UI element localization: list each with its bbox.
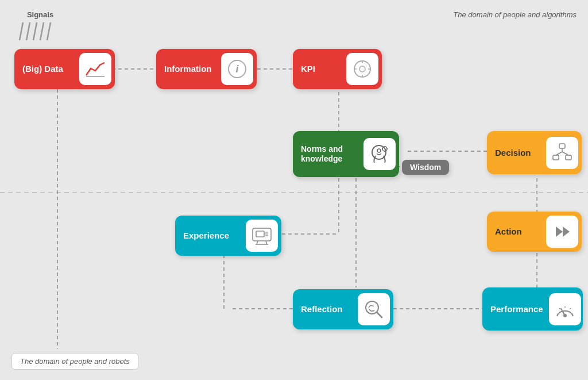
svg-point-30 [377, 149, 381, 152]
wisdom-label: Wisdom [410, 163, 441, 172]
domain-top-label: The domain of people and algorithms [453, 10, 577, 19]
action-icon [546, 216, 578, 248]
norms-knowledge-icon [363, 138, 396, 170]
action-label: Action [487, 222, 546, 241]
big-data-icon [79, 53, 111, 85]
svg-line-59 [559, 308, 560, 309]
svg-rect-40 [553, 155, 559, 160]
svg-line-39 [562, 152, 568, 155]
svg-marker-51 [563, 227, 570, 237]
svg-line-17 [33, 22, 37, 40]
svg-line-44 [266, 241, 267, 244]
decision-card: Decision [487, 131, 582, 174]
information-label: Information [156, 59, 221, 79]
kpi-card: KPI [293, 49, 382, 89]
svg-text:i: i [235, 63, 239, 75]
svg-line-38 [556, 152, 562, 155]
svg-marker-50 [556, 227, 563, 237]
svg-rect-42 [253, 228, 271, 241]
wisdom-card: Wisdom [402, 160, 449, 175]
experience-card: Experience [175, 216, 281, 256]
svg-rect-36 [559, 144, 565, 148]
performance-icon [549, 293, 581, 325]
information-card: Information i [156, 49, 257, 89]
svg-line-15 [20, 22, 23, 40]
svg-rect-46 [256, 231, 264, 237]
decision-label: Decision [487, 143, 546, 163]
svg-point-24 [359, 66, 365, 72]
svg-line-18 [40, 22, 44, 40]
svg-point-23 [354, 61, 370, 77]
reflection-icon [358, 293, 390, 325]
svg-rect-41 [566, 155, 571, 160]
signals-icon [17, 21, 63, 41]
norms-knowledge-card: Norms and knowledge [293, 131, 399, 177]
svg-line-16 [26, 22, 30, 40]
experience-icon [246, 220, 278, 252]
signals-label: Signals [17, 10, 63, 19]
performance-card: Performance [482, 287, 583, 331]
svg-point-55 [563, 314, 567, 317]
information-icon: i [221, 53, 253, 85]
svg-line-60 [570, 308, 571, 309]
svg-line-53 [377, 312, 382, 317]
signals-area: Signals [17, 10, 63, 44]
big-data-card: (Big) Data [14, 49, 115, 89]
domain-bottom-label: The domain of people and robots [11, 353, 138, 370]
diagram-container: The domain of people and algorithms The … [0, 0, 588, 380]
svg-line-19 [47, 22, 51, 40]
performance-label: Performance [482, 300, 549, 319]
experience-label: Experience [175, 226, 246, 245]
norms-knowledge-label: Norms and knowledge [293, 140, 363, 168]
reflection-label: Reflection [293, 300, 358, 319]
svg-line-43 [257, 241, 258, 244]
kpi-label: KPI [293, 59, 346, 79]
action-card: Action [487, 212, 582, 252]
decision-icon [546, 137, 578, 169]
big-data-label: (Big) Data [14, 59, 79, 79]
reflection-card: Reflection [293, 289, 393, 329]
kpi-icon [346, 53, 378, 85]
